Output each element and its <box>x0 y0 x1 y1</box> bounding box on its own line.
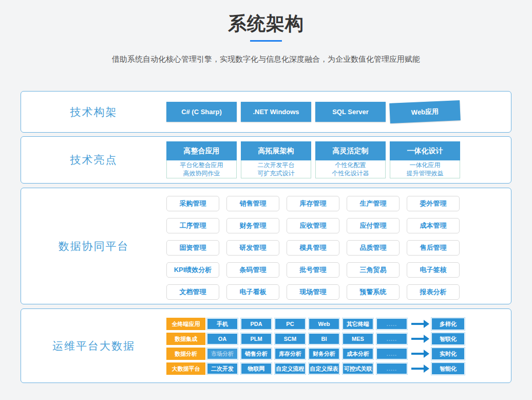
highlight-card-title: 高拓展架构 <box>241 141 311 160</box>
highlight-card-line: 个性化设计器 <box>332 169 369 177</box>
ops-item-button[interactable]: ..... <box>376 318 407 330</box>
page-subtitle: 借助系统自动化核心管理引擎，实现数字化与信息化深度融合，为企业数值化管理应用赋能 <box>0 54 532 64</box>
highlight-card-line: 提升管理效益 <box>407 169 444 177</box>
module-button[interactable]: 售后管理 <box>407 240 460 256</box>
modules-grid: 采购管理 销售管理 库存管理 生产管理 委外管理 工序管理 财务管理 应收管理 … <box>166 196 464 300</box>
ops-item-button[interactable]: ..... <box>376 333 407 344</box>
ops-item-button[interactable]: 市场分析 <box>207 348 238 359</box>
module-button[interactable]: 文档管理 <box>166 284 219 300</box>
module-button[interactable]: 电子签核 <box>407 262 460 278</box>
ops-result-button[interactable]: 多样化 <box>431 318 465 330</box>
module-button[interactable]: 三角贸易 <box>347 262 400 278</box>
tech-framework-button[interactable]: C# (C Sharp) <box>166 102 237 122</box>
module-button[interactable]: 委外管理 <box>407 196 460 211</box>
module-button[interactable]: 采购管理 <box>166 196 219 211</box>
module-button[interactable]: 固资管理 <box>166 240 219 256</box>
title-divider <box>250 40 282 42</box>
ops-result-button[interactable]: 智能化 <box>431 362 465 375</box>
highlight-card-body: 一体化应用 提升管理效益 <box>390 160 460 178</box>
ops-category-button[interactable]: 全终端应用 <box>166 318 205 330</box>
ops-row: 数据集成 OA PLM SCM BI MES ..... 智联化 <box>166 333 511 345</box>
ops-row: 大数据平台 二次开发 物联网 自定义流程 自定义报表 可控式关联 ..... 智… <box>166 362 511 375</box>
section-ops-platform: 运维平台大数据 全终端应用 手机 PDA PC Web 其它终端 ..... 多… <box>21 308 511 383</box>
highlight-card-line: 平台化整合应用 <box>180 161 223 169</box>
tech-highlight-cards: 高整合应用 平台化整合应用 高效协同作业 高拓展架构 二次开发平台 可扩充式设计 <box>166 137 511 183</box>
ops-item-button[interactable]: 财务分析 <box>309 348 339 359</box>
module-button[interactable]: 批号管理 <box>287 262 339 278</box>
ops-item-button[interactable]: BI <box>309 333 339 344</box>
highlight-card-line: 二次开发平台 <box>258 161 295 169</box>
module-button[interactable]: 库存管理 <box>287 196 339 211</box>
ops-item-button[interactable]: 物联网 <box>241 363 272 374</box>
highlight-card: 高整合应用 平台化整合应用 高效协同作业 <box>166 141 237 178</box>
section-tech-framework: 技术构架 C# (C Sharp) .NET Windows SQL Serve… <box>21 91 511 133</box>
ops-platform-rows: 全终端应用 手机 PDA PC Web 其它终端 ..... 多样化 数据集成 … <box>166 309 511 383</box>
highlight-card: 高灵活定制 个性化配置 个性化设计器 <box>315 141 386 178</box>
module-button[interactable]: 报表分析 <box>407 284 460 300</box>
section-label-tech-highlights: 技术亮点 <box>21 137 166 183</box>
ops-item-button[interactable]: ..... <box>376 348 407 359</box>
module-button[interactable]: KPI绩效分析 <box>166 262 219 278</box>
ops-result-button[interactable]: 实时化 <box>431 348 465 360</box>
right-arrow-icon <box>410 318 430 330</box>
ops-item-button[interactable]: Web <box>309 318 339 330</box>
highlight-card-body: 二次开发平台 可扩充式设计 <box>241 160 311 178</box>
ops-item-button[interactable]: 销售分析 <box>241 348 272 359</box>
highlight-card-title: 一体化设计 <box>390 141 460 160</box>
ops-item-button[interactable]: PLM <box>241 333 272 344</box>
module-button[interactable]: 销售管理 <box>226 196 279 211</box>
highlight-card: 一体化设计 一体化应用 提升管理效益 <box>390 141 460 178</box>
module-button[interactable]: 模具管理 <box>287 240 339 256</box>
module-button[interactable]: 研发管理 <box>226 240 279 256</box>
page: 系统架构 借助系统自动化核心管理引擎，实现数字化与信息化深度融合，为企业数值化管… <box>0 0 532 400</box>
ops-item-button[interactable]: PDA <box>241 318 272 330</box>
module-button[interactable]: 现场管理 <box>287 284 339 300</box>
module-button[interactable]: 生产管理 <box>347 196 400 211</box>
ops-item-button[interactable]: 其它终端 <box>343 318 373 330</box>
ops-result-button[interactable]: 智联化 <box>431 333 465 345</box>
right-arrow-icon <box>410 362 430 375</box>
module-button[interactable]: 应收管理 <box>287 218 339 233</box>
module-button[interactable]: 条码管理 <box>226 262 279 278</box>
section-tech-highlights: 技术亮点 高整合应用 平台化整合应用 高效协同作业 高拓展架构 二次开发平台 可… <box>21 136 511 184</box>
module-button[interactable]: 成本管理 <box>407 218 460 233</box>
tech-framework-button[interactable]: SQL Server <box>315 102 386 122</box>
module-button[interactable]: 工序管理 <box>166 218 219 233</box>
ops-item-button[interactable]: PC <box>275 318 306 330</box>
ops-item-button[interactable]: 可控式关联 <box>343 363 373 374</box>
ops-category-button[interactable]: 数据集成 <box>166 333 205 345</box>
ops-category-button[interactable]: 数据分析 <box>166 348 205 360</box>
tech-framework-button[interactable]: .NET Windows <box>241 102 311 122</box>
ops-item-button[interactable]: 自定义流程 <box>275 363 306 374</box>
module-button[interactable]: 电子看板 <box>226 284 279 300</box>
highlight-card-line: 一体化应用 <box>410 161 441 169</box>
highlight-card-line: 高效协同作业 <box>183 169 220 177</box>
module-button[interactable]: 品质管理 <box>347 240 400 256</box>
section-label-tech-framework: 技术构架 <box>21 92 166 132</box>
ops-item-button[interactable]: 成本分析 <box>343 348 373 359</box>
right-arrow-icon <box>410 348 430 360</box>
highlight-card-body: 个性化配置 个性化设计器 <box>315 160 386 178</box>
ops-item-button[interactable]: OA <box>207 333 238 344</box>
ops-item-button[interactable]: 二次开发 <box>207 363 238 374</box>
ops-item-button[interactable]: 自定义报表 <box>309 363 339 374</box>
page-title: 系统架构 <box>0 11 532 37</box>
ops-row: 数据分析 市场分析 销售分析 库存分析 财务分析 成本分析 ..... 实时化 <box>166 348 511 360</box>
section-label-data-platform: 数据协同平台 <box>21 188 166 304</box>
ops-item-button[interactable]: ..... <box>376 363 407 374</box>
data-platform-body: 采购管理 销售管理 库存管理 生产管理 委外管理 工序管理 财务管理 应收管理 … <box>166 188 511 304</box>
module-button[interactable]: 预警系统 <box>347 284 400 300</box>
highlight-card-line: 个性化配置 <box>335 161 366 169</box>
tech-framework-button[interactable]: Web应用 <box>389 100 461 123</box>
ops-row: 全终端应用 手机 PDA PC Web 其它终端 ..... 多样化 <box>166 318 511 330</box>
ops-category-button[interactable]: 大数据平台 <box>166 362 205 375</box>
ops-item-button[interactable]: MES <box>343 333 373 344</box>
section-label-ops-platform: 运维平台大数据 <box>21 309 166 383</box>
ops-item-button[interactable]: 库存分析 <box>275 348 306 359</box>
module-button[interactable]: 应付管理 <box>347 218 400 233</box>
ops-item-button[interactable]: SCM <box>275 333 306 344</box>
module-button[interactable]: 财务管理 <box>226 218 279 233</box>
tech-framework-buttons: C# (C Sharp) .NET Windows SQL Server Web… <box>166 92 511 132</box>
ops-item-button[interactable]: 手机 <box>207 318 238 330</box>
right-arrow-icon <box>410 333 430 345</box>
